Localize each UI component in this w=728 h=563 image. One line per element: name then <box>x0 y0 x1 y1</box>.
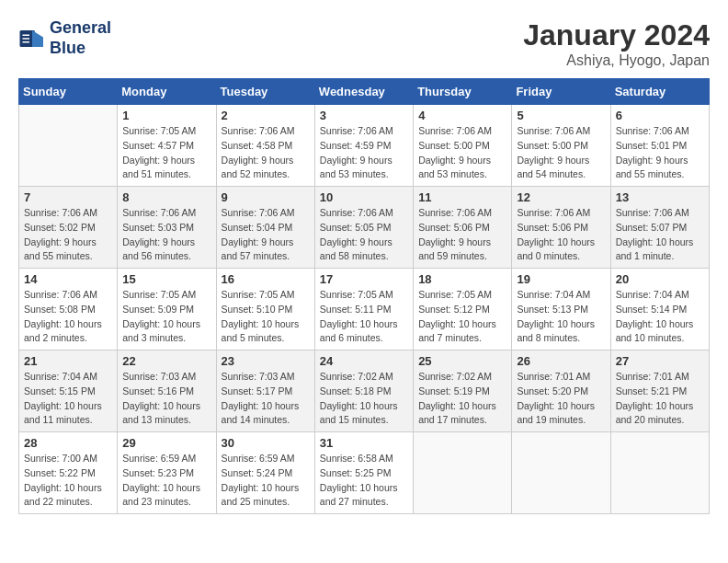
day-number: 1 <box>122 109 210 122</box>
calendar-cell: 4Sunrise: 7:06 AMSunset: 5:00 PMDaylight… <box>414 105 512 187</box>
calendar-cell: 10Sunrise: 7:06 AMSunset: 5:05 PMDayligh… <box>314 187 413 269</box>
day-number: 20 <box>616 272 704 286</box>
calendar-cell: 20Sunrise: 7:04 AMSunset: 5:14 PMDayligh… <box>610 269 709 350</box>
calendar-cell: 28Sunrise: 7:00 AMSunset: 5:22 PMDayligh… <box>19 432 118 514</box>
svg-marker-1 <box>32 30 43 47</box>
calendar-cell: 12Sunrise: 7:06 AMSunset: 5:06 PMDayligh… <box>512 187 610 269</box>
day-number: 19 <box>517 272 605 286</box>
day-info: Sunrise: 7:06 AMSunset: 5:01 PMDaylight:… <box>616 124 704 182</box>
day-info: Sunrise: 7:06 AMSunset: 5:04 PMDaylight:… <box>222 206 310 264</box>
calendar-cell: 26Sunrise: 7:01 AMSunset: 5:20 PMDayligh… <box>512 350 610 432</box>
day-info: Sunrise: 7:06 AMSunset: 5:06 PMDaylight:… <box>418 206 506 264</box>
day-number: 16 <box>222 272 310 286</box>
day-number: 13 <box>616 190 704 204</box>
day-info: Sunrise: 7:05 AMSunset: 5:10 PMDaylight:… <box>222 288 310 346</box>
day-number: 7 <box>24 190 112 204</box>
logo-icon <box>18 25 46 52</box>
calendar-cell: 24Sunrise: 7:02 AMSunset: 5:18 PMDayligh… <box>314 350 413 432</box>
day-info: Sunrise: 7:03 AMSunset: 5:17 PMDaylight:… <box>222 370 310 428</box>
calendar-cell <box>414 432 512 514</box>
day-number: 9 <box>222 190 310 204</box>
day-number: 27 <box>616 354 704 368</box>
day-info: Sunrise: 6:59 AMSunset: 5:24 PMDaylight:… <box>222 452 310 510</box>
day-info: Sunrise: 7:01 AMSunset: 5:21 PMDaylight:… <box>616 370 704 428</box>
calendar-cell: 3Sunrise: 7:06 AMSunset: 4:59 PMDaylight… <box>314 105 413 187</box>
calendar-cell: 6Sunrise: 7:06 AMSunset: 5:01 PMDaylight… <box>610 105 709 187</box>
day-number: 11 <box>418 190 506 204</box>
column-header-monday: Monday <box>118 79 216 105</box>
day-info: Sunrise: 7:04 AMSunset: 5:13 PMDaylight:… <box>517 288 605 346</box>
month-title: January 2024 <box>523 18 710 52</box>
title-section: January 2024 Ashiya, Hyogo, Japan <box>523 18 710 69</box>
day-number: 30 <box>222 436 310 450</box>
day-number: 17 <box>320 272 408 286</box>
day-info: Sunrise: 7:06 AMSunset: 5:05 PMDaylight:… <box>320 206 408 264</box>
day-number: 15 <box>122 272 210 286</box>
calendar-cell: 15Sunrise: 7:05 AMSunset: 5:09 PMDayligh… <box>118 269 216 350</box>
calendar-cell: 30Sunrise: 6:59 AMSunset: 5:24 PMDayligh… <box>216 432 314 514</box>
day-info: Sunrise: 7:04 AMSunset: 5:15 PMDaylight:… <box>24 370 112 428</box>
day-number: 3 <box>320 109 408 122</box>
day-number: 14 <box>24 272 112 286</box>
day-info: Sunrise: 7:05 AMSunset: 5:09 PMDaylight:… <box>122 288 210 346</box>
calendar-cell: 13Sunrise: 7:06 AMSunset: 5:07 PMDayligh… <box>610 187 709 269</box>
day-number: 18 <box>418 272 506 286</box>
calendar-cell: 5Sunrise: 7:06 AMSunset: 5:00 PMDaylight… <box>512 105 610 187</box>
logo-text: General Blue <box>50 18 111 58</box>
day-info: Sunrise: 7:06 AMSunset: 5:08 PMDaylight:… <box>24 288 112 346</box>
calendar-cell: 22Sunrise: 7:03 AMSunset: 5:16 PMDayligh… <box>118 350 216 432</box>
day-number: 29 <box>122 436 210 450</box>
day-number: 21 <box>24 354 112 368</box>
page-header: General Blue January 2024 Ashiya, Hyogo,… <box>18 18 710 69</box>
day-info: Sunrise: 7:06 AMSunset: 5:07 PMDaylight:… <box>616 206 704 264</box>
calendar-cell: 19Sunrise: 7:04 AMSunset: 5:13 PMDayligh… <box>512 269 610 350</box>
day-info: Sunrise: 7:05 AMSunset: 4:57 PMDaylight:… <box>122 124 210 182</box>
day-info: Sunrise: 7:06 AMSunset: 5:00 PMDaylight:… <box>517 124 605 182</box>
day-info: Sunrise: 7:01 AMSunset: 5:20 PMDaylight:… <box>517 370 605 428</box>
calendar-cell: 23Sunrise: 7:03 AMSunset: 5:17 PMDayligh… <box>216 350 314 432</box>
day-number: 23 <box>222 354 310 368</box>
day-number: 8 <box>122 190 210 204</box>
calendar-cell: 29Sunrise: 6:59 AMSunset: 5:23 PMDayligh… <box>118 432 216 514</box>
day-info: Sunrise: 7:02 AMSunset: 5:19 PMDaylight:… <box>418 370 506 428</box>
day-number: 31 <box>320 436 408 450</box>
day-info: Sunrise: 6:58 AMSunset: 5:25 PMDaylight:… <box>320 452 408 510</box>
calendar-cell <box>19 105 118 187</box>
day-number: 5 <box>517 109 605 122</box>
day-info: Sunrise: 7:04 AMSunset: 5:14 PMDaylight:… <box>616 288 704 346</box>
calendar-header-row: SundayMondayTuesdayWednesdayThursdayFrid… <box>19 79 710 105</box>
day-number: 25 <box>418 354 506 368</box>
calendar-cell: 7Sunrise: 7:06 AMSunset: 5:02 PMDaylight… <box>19 187 118 269</box>
svg-rect-2 <box>23 34 30 36</box>
location: Ashiya, Hyogo, Japan <box>523 52 710 69</box>
day-info: Sunrise: 7:06 AMSunset: 5:03 PMDaylight:… <box>122 206 210 264</box>
calendar-cell: 2Sunrise: 7:06 AMSunset: 4:58 PMDaylight… <box>216 105 314 187</box>
day-info: Sunrise: 7:06 AMSunset: 4:58 PMDaylight:… <box>222 124 310 182</box>
day-info: Sunrise: 7:05 AMSunset: 5:11 PMDaylight:… <box>320 288 408 346</box>
day-number: 10 <box>320 190 408 204</box>
column-header-thursday: Thursday <box>414 79 512 105</box>
day-number: 4 <box>418 109 506 122</box>
svg-rect-3 <box>23 38 30 40</box>
svg-rect-4 <box>23 41 30 43</box>
day-info: Sunrise: 7:06 AMSunset: 5:00 PMDaylight:… <box>418 124 506 182</box>
column-header-sunday: Sunday <box>19 79 118 105</box>
day-info: Sunrise: 7:05 AMSunset: 5:12 PMDaylight:… <box>418 288 506 346</box>
day-number: 22 <box>122 354 210 368</box>
calendar-week-row: 1Sunrise: 7:05 AMSunset: 4:57 PMDaylight… <box>19 105 710 187</box>
day-info: Sunrise: 7:06 AMSunset: 4:59 PMDaylight:… <box>320 124 408 182</box>
logo: General Blue <box>18 18 111 58</box>
calendar-cell: 18Sunrise: 7:05 AMSunset: 5:12 PMDayligh… <box>414 269 512 350</box>
day-info: Sunrise: 7:06 AMSunset: 5:06 PMDaylight:… <box>517 206 605 264</box>
day-info: Sunrise: 7:00 AMSunset: 5:22 PMDaylight:… <box>24 452 112 510</box>
calendar-cell: 11Sunrise: 7:06 AMSunset: 5:06 PMDayligh… <box>414 187 512 269</box>
day-number: 28 <box>24 436 112 450</box>
calendar-cell: 31Sunrise: 6:58 AMSunset: 5:25 PMDayligh… <box>314 432 413 514</box>
calendar-cell: 1Sunrise: 7:05 AMSunset: 4:57 PMDaylight… <box>118 105 216 187</box>
day-number: 26 <box>517 354 605 368</box>
calendar-cell: 25Sunrise: 7:02 AMSunset: 5:19 PMDayligh… <box>414 350 512 432</box>
day-info: Sunrise: 7:06 AMSunset: 5:02 PMDaylight:… <box>24 206 112 264</box>
calendar-week-row: 7Sunrise: 7:06 AMSunset: 5:02 PMDaylight… <box>19 187 710 269</box>
calendar-cell <box>610 432 709 514</box>
day-number: 6 <box>616 109 704 122</box>
